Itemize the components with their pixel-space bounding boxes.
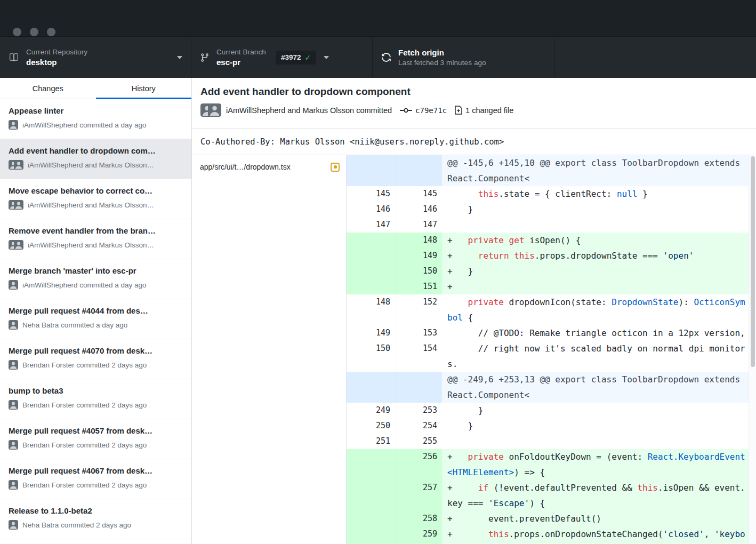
- commit-list-item[interactable]: Merge pull request #4057 from desk…Brend…: [0, 419, 191, 459]
- new-line-number: 253: [397, 403, 442, 418]
- commit-list-item[interactable]: Remove event handler from the bran…iAmWi…: [0, 219, 191, 259]
- new-line-number: 147: [397, 217, 442, 233]
- commit-list-item[interactable]: Move escape behavior to correct co…iAmWi…: [0, 179, 191, 219]
- window-controls: [13, 28, 55, 36]
- commit-item-title: Appease linter: [9, 106, 183, 115]
- current-branch-button[interactable]: Current Branch esc-pr #3972 ✓: [191, 37, 373, 78]
- code-line: +: [442, 279, 749, 294]
- code-line: private dropdownIcon(state: DropdownStat…: [442, 294, 749, 325]
- commit-list-item[interactable]: Merge pull request #4067 from desk…Brend…: [0, 459, 191, 499]
- commit-item-meta: Neha Batra committed 2 days ago: [22, 521, 131, 529]
- diff-view[interactable]: @@ -145,6 +145,10 @@ export class Toolba…: [347, 155, 756, 544]
- avatar-stack: [9, 360, 18, 370]
- hunk-header-text: @@ -249,6 +253,13 @@ export class Toolba…: [442, 372, 749, 403]
- avatar: [14, 200, 23, 210]
- commit-list-item[interactable]: Merge branch 'master' into esc-priAmWill…: [0, 259, 191, 299]
- avatar-stack: [9, 240, 23, 250]
- chevron-down-icon: [324, 56, 329, 59]
- new-line-number: 154: [397, 341, 442, 372]
- new-line-number: 258: [397, 511, 442, 526]
- new-line-number: 149: [397, 248, 442, 263]
- avatar: [9, 520, 18, 530]
- commit-byline: iAmWillShepherd and Markus Olsson commit…: [200, 103, 747, 117]
- code-line: + if (!event.defaultPrevented && this.is…: [442, 480, 749, 511]
- fetch-label: Fetch origin: [398, 48, 486, 57]
- code-line: this.state = { clientRect: null }: [442, 186, 749, 202]
- pr-number: #3972: [281, 53, 301, 61]
- commit-item-title: Merge pull request #4070 from desk…: [9, 346, 183, 355]
- commit-title-heading: Add event handler to dropdown component: [200, 86, 747, 98]
- commit-item-meta: iAmWillShepherd and Markus Olsson…: [28, 201, 154, 209]
- old-line-number: [347, 263, 397, 279]
- commit-item-title: Merge pull request #4067 from desk…: [9, 466, 183, 475]
- commit-item-title: Remove event handler from the bran…: [9, 226, 183, 235]
- diff-row-context: 145145 this.state = { clientRect: null }: [347, 186, 749, 202]
- new-line-number: 148: [397, 233, 442, 248]
- fetch-origin-button[interactable]: Fetch origin Last fetched 3 minutes ago: [373, 37, 554, 78]
- old-line-number: 150: [347, 341, 397, 372]
- close-window-button[interactable]: [13, 28, 21, 36]
- avatar-stack: [9, 400, 18, 410]
- avatar: [9, 280, 18, 290]
- changed-file-list: app/src/ui/t…/dropdown.tsx: [192, 155, 347, 544]
- commit-sha: c79e71c: [415, 106, 447, 115]
- code-line: + this.props.onDropdownStateChanged('clo…: [442, 526, 749, 544]
- old-line-number: [347, 449, 397, 480]
- old-line-number: [347, 511, 397, 526]
- old-line-number: 251: [347, 434, 397, 449]
- new-line-number: 254: [397, 418, 442, 434]
- commit-item-meta: Brendan Forster committed 2 days ago: [22, 361, 147, 369]
- new-line-number: [397, 155, 442, 186]
- file-list-item[interactable]: app/src/ui/t…/dropdown.tsx: [192, 155, 346, 179]
- commit-list-item[interactable]: Merge pull request #4044 from des…Neha B…: [0, 299, 191, 339]
- diff-row-context: 150154 // right now it's scaled badly on…: [347, 341, 749, 372]
- current-repository-button[interactable]: Current Repository desktop: [0, 37, 191, 78]
- commit-list-item[interactable]: Merge pull request #4058 from des…: [0, 539, 191, 544]
- diff-row-context: 147147: [347, 217, 749, 233]
- code-line: // right now it's scaled badly on normal…: [442, 341, 749, 372]
- diff-row-added: 149+ return this.props.dropdownState ===…: [347, 248, 749, 263]
- diff-row-hunk: @@ -145,6 +145,10 @@ export class Toolba…: [347, 155, 749, 186]
- vertical-scrollbar[interactable]: [749, 155, 756, 544]
- commit-list-item[interactable]: Release to 1.1.0-beta2Neha Batra committ…: [0, 499, 191, 539]
- diff-row-context: 250254 }: [347, 418, 749, 434]
- chevron-down-icon: [177, 56, 182, 59]
- old-line-number: 146: [347, 202, 397, 217]
- new-line-number: 150: [397, 263, 442, 279]
- old-line-number: [347, 279, 397, 294]
- tab-changes[interactable]: Changes: [0, 78, 96, 99]
- diff-row-context: 149153 // @TODO: Remake triangle octicon…: [347, 325, 749, 341]
- commit-item-title: Merge pull request #4057 from desk…: [9, 426, 183, 435]
- repository-name: desktop: [26, 58, 87, 67]
- sync-icon: [381, 52, 391, 62]
- minimize-window-button[interactable]: [30, 28, 38, 36]
- commit-list-item[interactable]: bump to beta3Brendan Forster committed 2…: [0, 379, 191, 419]
- old-line-number: [347, 248, 397, 263]
- scrollbar-thumb[interactable]: [751, 156, 755, 367]
- tab-history[interactable]: History: [96, 78, 192, 99]
- commit-list-item[interactable]: Add event handler to dropdown com…iAmWil…: [0, 139, 191, 179]
- diff-row-added: 258+ event.preventDefault(): [347, 511, 749, 526]
- avatar-stack: [9, 280, 18, 290]
- zoom-window-button[interactable]: [47, 28, 55, 36]
- commit-list-item[interactable]: Appease linteriAmWillShepherd committed …: [0, 99, 191, 139]
- old-line-number: [347, 155, 397, 186]
- main-panel: Add event handler to dropdown component …: [192, 78, 756, 544]
- code-line: [442, 434, 749, 449]
- new-line-number: 259: [397, 526, 442, 544]
- pr-number-badge: #3972 ✓: [276, 51, 316, 65]
- commit-item-meta: iAmWillShepherd and Markus Olsson…: [28, 161, 154, 169]
- commit-list-item[interactable]: Merge pull request #4070 from desk…Brend…: [0, 339, 191, 379]
- titlebar: [0, 0, 756, 36]
- avatar: [208, 103, 221, 117]
- fetch-description: Last fetched 3 minutes ago: [398, 59, 486, 67]
- commit-item-meta: iAmWillShepherd and Markus Olsson…: [28, 241, 154, 249]
- commit-list[interactable]: Appease linteriAmWillShepherd committed …: [0, 99, 191, 544]
- old-line-number: [347, 526, 397, 544]
- commit-item-meta: Brendan Forster committed 2 days ago: [22, 401, 147, 409]
- code-line: // @TODO: Remake triangle octicon in a 1…: [442, 325, 749, 341]
- avatar-stack: [9, 160, 23, 170]
- commit-item-title: Add event handler to dropdown com…: [9, 146, 183, 155]
- commit-item-title: Merge pull request #4044 from des…: [9, 306, 183, 315]
- diff-row-context: 148152 private dropdownIcon(state: Dropd…: [347, 294, 749, 325]
